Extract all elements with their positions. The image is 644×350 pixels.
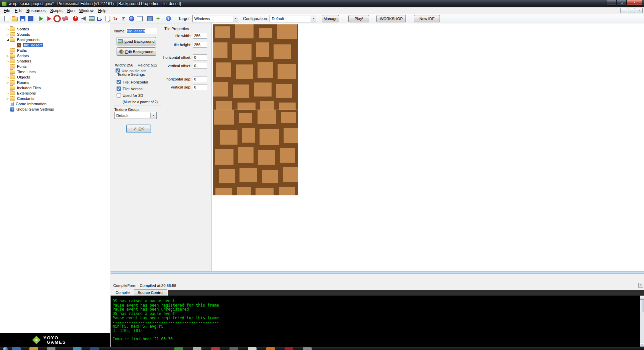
workshop-button[interactable]: WORKSHOP — [376, 15, 406, 22]
menu-edit[interactable]: Edit — [12, 8, 24, 14]
vertical-offset-input[interactable] — [193, 63, 207, 69]
help-icon[interactable] — [164, 15, 172, 23]
expander-collapsed-icon[interactable] — [5, 60, 10, 63]
taskbar-icon[interactable] — [303, 347, 312, 350]
scrollbar-thumb[interactable] — [640, 300, 644, 312]
tree-item-rooms[interactable]: Rooms — [0, 80, 110, 85]
close-button[interactable]: × — [627, 0, 642, 6]
taskbar-icon[interactable] — [29, 347, 38, 350]
taskbar-icon[interactable] — [12, 347, 21, 350]
menu-scripts[interactable]: Scripts — [48, 8, 65, 14]
taskbar-icon[interactable] — [47, 347, 55, 350]
taskbar-icon[interactable] — [266, 347, 275, 350]
configuration-dropdown[interactable]: Default — [270, 15, 317, 22]
save-all-icon[interactable] — [27, 15, 35, 23]
target-dropdown[interactable]: Windows — [192, 15, 239, 22]
tile-vertical-checkbox[interactable] — [117, 86, 121, 91]
new-file-icon[interactable] — [3, 15, 11, 23]
expander-collapsed-icon[interactable] — [5, 81, 10, 84]
tile-horizontal-checkbox[interactable] — [117, 80, 121, 84]
taskbar-icon[interactable] — [193, 347, 201, 350]
create-sprite-icon[interactable] — [71, 15, 79, 23]
expander-collapsed-icon[interactable] — [5, 54, 10, 57]
splitter-handle[interactable] — [111, 271, 644, 274]
name-input[interactable]: tile_desert — [126, 28, 157, 34]
texture-group-dropdown[interactable]: Default — [114, 112, 157, 119]
create-path-icon[interactable] — [96, 15, 104, 23]
taskbar-icon[interactable] — [229, 347, 238, 350]
menu-help[interactable]: Help — [96, 8, 109, 14]
create-background-icon[interactable] — [88, 15, 96, 23]
tree-item-included-files[interactable]: Included Files — [0, 85, 110, 91]
open-project-icon[interactable] — [11, 15, 19, 23]
expander-collapsed-icon[interactable] — [5, 33, 10, 36]
tree-item-tile-desert[interactable]: tile_desert — [0, 42, 110, 48]
mdi-close-button[interactable]: × — [636, 8, 643, 13]
tree-item-shaders[interactable]: Shaders — [0, 58, 110, 64]
taskbar-icon[interactable] — [248, 347, 257, 350]
expander-collapsed-icon[interactable] — [5, 76, 10, 79]
create-timeline-icon[interactable] — [120, 15, 128, 23]
tree-item-sounds[interactable]: Sounds — [0, 32, 110, 37]
extension-packages-icon[interactable] — [154, 15, 162, 23]
tile-height-input[interactable] — [193, 42, 207, 48]
tab-source-control[interactable]: Source Control — [134, 289, 167, 296]
horizontal-offset-input[interactable] — [193, 54, 207, 60]
taskbar-icon[interactable] — [285, 347, 293, 350]
taskbar-icon[interactable] — [73, 347, 82, 350]
taskbar-icon[interactable] — [90, 347, 99, 350]
tab-compile[interactable]: Compile — [112, 289, 133, 296]
create-executable-icon[interactable] — [53, 15, 61, 23]
expander-collapsed-icon[interactable] — [5, 28, 10, 31]
game-information-icon[interactable] — [146, 15, 154, 23]
taskbar-icon[interactable] — [174, 347, 183, 350]
tree-item-constants[interactable]: Constants — [0, 96, 110, 101]
tree-item-scripts[interactable]: Scripts — [0, 53, 110, 58]
tree-item-paths[interactable]: Paths — [0, 48, 110, 53]
create-object-icon[interactable] — [128, 15, 136, 23]
maximize-button[interactable]: □ — [617, 0, 627, 6]
manage-button[interactable]: Manage — [322, 15, 339, 22]
tree-item-backgrounds[interactable]: Backgrounds — [0, 37, 110, 42]
edit-background-button[interactable]: Edit Background — [117, 47, 156, 56]
close-panel-icon[interactable] — [638, 283, 643, 288]
scroll-down-icon[interactable] — [640, 343, 644, 347]
start-button[interactable] — [3, 347, 8, 350]
minimize-button[interactable]: – — [607, 0, 617, 6]
create-sound-icon[interactable] — [79, 15, 88, 23]
menu-run[interactable]: Run — [65, 8, 77, 14]
debug-game-icon[interactable] — [45, 15, 53, 23]
tree-item-sprites[interactable]: Sprites — [0, 26, 110, 32]
clean-cache-icon[interactable] — [61, 15, 69, 23]
tree-item-objects[interactable]: Objects — [0, 74, 110, 80]
horizontal-sep-input[interactable] — [193, 76, 207, 82]
menu-resources[interactable]: Resources — [24, 8, 48, 14]
expander-collapsed-icon[interactable] — [5, 97, 10, 100]
create-font-icon[interactable] — [112, 15, 120, 23]
tree-item-global-game-settings[interactable]: Global Game Settings — [0, 107, 110, 112]
ok-button[interactable]: OK — [126, 125, 151, 133]
tree-item-extensions[interactable]: Extensions — [0, 91, 110, 96]
load-background-button[interactable]: Load Background — [117, 37, 156, 45]
compile-console[interactable]: OS has raised a pause event Pause event … — [111, 296, 640, 347]
vertical-sep-input[interactable] — [193, 84, 207, 90]
mdi-restore-button[interactable]: □ — [628, 8, 635, 13]
menu-window[interactable]: Window — [77, 8, 96, 14]
create-script-icon[interactable] — [104, 15, 112, 23]
tree-item-time-lines[interactable]: Time Lines — [0, 69, 110, 74]
scroll-up-icon[interactable] — [640, 296, 644, 300]
run-game-icon[interactable] — [37, 15, 45, 23]
create-room-icon[interactable] — [136, 15, 144, 23]
tree-item-fonts[interactable]: Fonts — [0, 64, 110, 69]
expander-collapsed-icon[interactable] — [5, 92, 10, 95]
expander-expanded-icon[interactable] — [5, 38, 10, 41]
tree-item-game-information[interactable]: Game Information — [0, 101, 110, 107]
save-project-icon[interactable] — [19, 15, 27, 23]
play-button[interactable]: Play! — [348, 15, 369, 22]
taskbar-icon[interactable] — [211, 347, 220, 350]
new-ide-button[interactable]: New IDE — [414, 15, 440, 22]
menu-file[interactable]: File — [1, 8, 12, 14]
tile-width-input[interactable] — [193, 33, 207, 39]
used-for-3d-checkbox[interactable] — [117, 93, 121, 98]
mdi-minimize-button[interactable]: – — [620, 8, 627, 13]
